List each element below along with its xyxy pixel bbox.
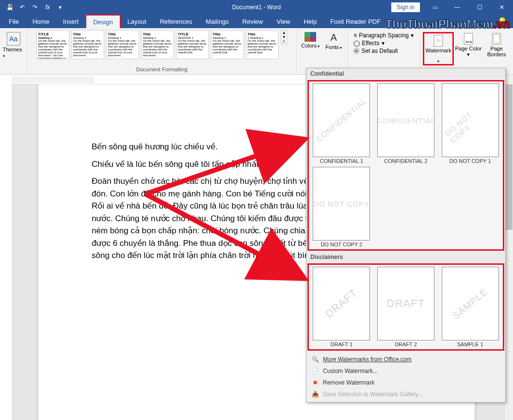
svg-rect-3 [466, 41, 468, 43]
paragraph-spacing-icon: ≡ [353, 32, 357, 39]
style-thumb[interactable]: TitleHeading 1On the Insert tab, the gal… [71, 30, 104, 59]
style-thumb[interactable]: TitleHeading 1On the Insert tab, the gal… [211, 30, 244, 59]
wm-item-confidential-1[interactable]: CONFIDENTIAL CONFIDENTIAL 1 [311, 83, 372, 164]
wm-item-sample-1[interactable]: SAMPLE SAMPLE 1 [439, 267, 501, 347]
more-watermarks-button[interactable]: 🔍 More Watermarks from Office.com [306, 354, 505, 365]
style-gallery[interactable]: TITLEHeading 1On the Insert tab, the gal… [36, 30, 288, 65]
fonts-button[interactable]: A Fonts [323, 30, 344, 50]
watermark-button-highlight: A Watermark▾ [423, 32, 454, 65]
paragraph-spacing-button[interactable]: ≡ Paragraph Spacing ▾ [353, 32, 414, 39]
wm-section-header: Confidential [306, 68, 505, 79]
style-thumb[interactable]: TitleHeading 1On the Insert tab, the gal… [106, 30, 139, 59]
svg-rect-4 [468, 41, 470, 43]
wm-item-donotcopy-2[interactable]: DO NOT COPY DO NOT COPY 2 [311, 167, 372, 247]
colors-icon [305, 32, 316, 42]
title-bar: 💾 ↶ ↷ fx ▾ Document1 - Word Sign in ▭ — … [0, 0, 513, 15]
quick-access-toolbar: 💾 ↶ ↷ fx ▾ [0, 1, 70, 13]
qat-dropdown-icon[interactable]: ▾ [54, 1, 66, 13]
themes-icon: Aa [7, 32, 20, 46]
ribbon-options-icon[interactable]: ▭ [424, 0, 446, 15]
vertical-ruler[interactable] [0, 85, 12, 420]
wm-item-donotcopy-1[interactable]: DO NOT COPY DO NOT COPY 1 [439, 83, 501, 164]
svg-rect-2 [464, 33, 473, 45]
gallery-down-icon[interactable]: ▼ [281, 35, 287, 39]
custom-wm-icon: 📄 [311, 367, 319, 375]
page-borders-icon [490, 32, 503, 46]
vertical-scrollbar[interactable] [505, 75, 513, 420]
style-thumb[interactable]: TITLEHeading 1On the Insert tab, the gal… [36, 30, 69, 59]
check-icon [353, 48, 359, 54]
remove-wm-icon: ✖ [311, 379, 319, 387]
save-icon[interactable]: 💾 [4, 1, 16, 13]
effects-icon: ◯ [353, 40, 360, 47]
window-title: Document1 - Word [232, 4, 281, 11]
office-icon: 🔍 [311, 355, 319, 363]
wm-menu: 🔍 More Watermarks from Office.com 📄 Cust… [306, 352, 505, 402]
watermark-icon: A [432, 34, 445, 48]
minimize-icon[interactable]: — [446, 0, 468, 15]
effects-button[interactable]: ◯ Effects ▾ [353, 40, 414, 47]
tab-help[interactable]: Help [297, 15, 323, 28]
style-thumb[interactable]: TITLEHEADING 1On the Insert tab, the gal… [176, 30, 209, 59]
group-label: Document Formatting [136, 66, 188, 72]
tab-mailings[interactable]: Mailings [199, 15, 236, 28]
svg-rect-5 [470, 41, 472, 43]
colors-label: Colors [301, 43, 320, 48]
fonts-label: Fonts [325, 44, 342, 50]
watermark-button[interactable]: A Watermark▾ [425, 34, 452, 64]
document-formatting-group: TITLEHeading 1On the Insert tab, the gal… [27, 28, 297, 74]
undo-icon[interactable]: ↶ [16, 1, 28, 13]
tab-layout[interactable]: Layout [121, 15, 153, 28]
close-icon[interactable]: ✕ [491, 0, 513, 15]
site-watermark: ThuThuatPhanMem.vn [385, 17, 510, 31]
custom-watermark-button[interactable]: 📄 Custom Watermark... [306, 365, 505, 377]
watermark-dropdown: Confidential CONFIDENTIAL CONFIDENTIAL 1… [306, 68, 506, 403]
tab-review[interactable]: Review [236, 15, 270, 28]
themes-button[interactable]: Aa Themes [2, 30, 25, 60]
colors-button[interactable]: Colors [300, 30, 321, 48]
doc-format-right: ≡ Paragraph Spacing ▾ ◯ Effects ▾ Set as… [351, 30, 417, 56]
page-color-icon [462, 32, 475, 46]
wm-item-draft-2[interactable]: DRAFT DRAFT 2 [375, 267, 437, 347]
tab-design[interactable]: Design [85, 15, 120, 28]
gallery-up-icon[interactable]: ▲ [281, 31, 287, 35]
style-thumb[interactable]: TitleHeading 1On the Insert tab, the gal… [141, 30, 174, 59]
page-color-button[interactable]: Page Color ▾ [455, 32, 482, 65]
scrollbar-thumb[interactable] [506, 84, 513, 230]
fonts-icon: A [331, 32, 337, 43]
wm-disclaimers-section: DRAFT DRAFT 1 DRAFT DRAFT 2 SAMPLE SAMPL… [307, 263, 504, 351]
maximize-icon[interactable]: ☐ [468, 0, 491, 15]
tab-file[interactable]: File [2, 15, 26, 28]
set-default-button[interactable]: Set as Default [353, 48, 414, 54]
tab-foxit[interactable]: Foxit Reader PDF [323, 15, 387, 28]
tab-insert[interactable]: Insert [56, 15, 86, 28]
save-selection-button: 📥 Save Selection to Watermark Gallery... [306, 388, 505, 400]
fx-icon[interactable]: fx [42, 1, 53, 13]
gallery-more-icon[interactable]: ≡ [281, 39, 287, 44]
tab-references[interactable]: References [153, 15, 199, 28]
tab-home[interactable]: Home [26, 15, 56, 28]
sign-in-button[interactable]: Sign in [391, 2, 420, 12]
remove-watermark-button[interactable]: ✖ Remove Watermark [306, 377, 505, 388]
page-borders-button[interactable]: Page Borders [483, 32, 510, 65]
themes-label: Themes [3, 47, 24, 58]
wm-item-draft-1[interactable]: DRAFT DRAFT 1 [311, 267, 372, 347]
wm-section-header: Disclaimers [306, 252, 505, 262]
style-thumb[interactable]: Title1 Heading 1On the Insert tab, the g… [246, 30, 279, 59]
wm-item-confidential-2[interactable]: CONFIDENTIAL CONFIDENTIAL 2 [375, 83, 437, 164]
save-selection-icon: 📥 [311, 390, 319, 398]
tab-view[interactable]: View [270, 15, 297, 28]
redo-icon[interactable]: ↷ [29, 1, 41, 13]
wm-confidential-section: CONFIDENTIAL CONFIDENTIAL 1 CONFIDENTIAL… [307, 80, 504, 251]
